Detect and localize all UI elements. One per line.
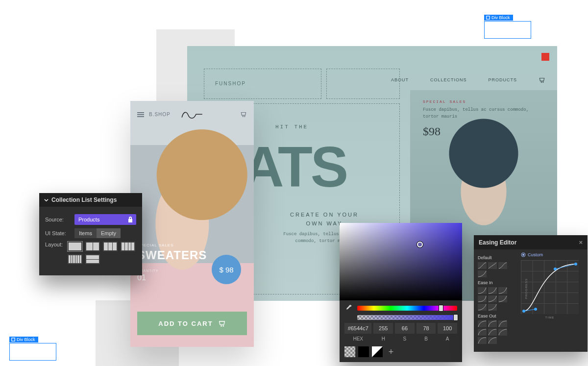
preset-curve[interactable]	[478, 329, 487, 336]
mobile-qty-label: QUANTITY	[137, 269, 207, 272]
axis-x-label: TIME	[545, 316, 554, 319]
color-canvas[interactable]	[340, 223, 462, 300]
preset-curve[interactable]	[498, 329, 507, 336]
promo-tag: SPECIAL SALES	[423, 100, 545, 104]
b-label: B	[416, 334, 436, 342]
layout-2col[interactable]	[85, 242, 100, 251]
preset-curve[interactable]	[488, 287, 497, 294]
preset-curve[interactable]	[478, 304, 487, 311]
nav-collections[interactable]: COLLECTIONS	[430, 77, 467, 82]
panel-header[interactable]: Collection List Settings	[39, 193, 142, 207]
svg-point-6	[522, 310, 525, 313]
preset-curve[interactable]	[488, 329, 497, 336]
eyedropper-icon[interactable]	[344, 304, 352, 312]
div-block-outline[interactable]: Div Block	[9, 343, 56, 361]
alpha-thumb[interactable]	[453, 314, 458, 321]
logo-slot[interactable]: FUNSHOP	[204, 69, 321, 99]
preset-curve[interactable]	[498, 287, 507, 294]
div-block-tag: Div Block	[484, 15, 513, 21]
layout-4col[interactable]	[121, 242, 135, 251]
swatch-black[interactable]	[358, 346, 369, 357]
layout-1col[interactable]	[68, 242, 82, 251]
preset-curve[interactable]	[478, 262, 487, 269]
svg-line-4	[524, 309, 536, 311]
svg-line-5	[555, 264, 576, 269]
hue-slider[interactable]	[357, 306, 457, 311]
preset-curve[interactable]	[488, 320, 497, 327]
desktop-logo: FUNSHOP	[215, 81, 246, 86]
mobile-brand: B.SHOP	[149, 112, 171, 117]
easing-presets: Default Ease In Ease Out	[474, 249, 519, 347]
div-block-label: Div Block	[17, 337, 35, 342]
swatch-bw[interactable]	[372, 346, 383, 357]
easing-curve-canvas[interactable]: PROGRESS TIME	[521, 260, 579, 314]
a-input[interactable]: 100	[438, 323, 457, 334]
preset-curve[interactable]	[478, 287, 487, 294]
layout-rows[interactable]	[85, 254, 100, 264]
preset-curve[interactable]	[488, 304, 497, 311]
preset-curve[interactable]	[478, 337, 487, 344]
layout-3col[interactable]	[103, 242, 118, 251]
color-fields: #6544c7HEX 255H 66S 78B 100A	[344, 323, 457, 342]
div-block-label: Div Block	[491, 15, 510, 20]
desktop-nav: ABOUT COLLECTIONS PRODUCTS	[391, 76, 545, 83]
preset-group-default: Default	[478, 255, 515, 260]
preset-curve[interactable]	[478, 320, 487, 327]
layout-6col[interactable]	[68, 254, 82, 264]
price-badge: $ 98	[212, 255, 241, 284]
preset-curve[interactable]	[488, 262, 497, 269]
axis-y-label: PROGRESS	[525, 278, 528, 299]
mobile-topbar: B.SHOP	[137, 112, 171, 117]
svg-point-3	[522, 254, 524, 256]
svg-rect-0	[487, 16, 490, 19]
caret-down-icon	[44, 198, 49, 202]
close-icon[interactable]: ×	[579, 239, 583, 246]
svg-point-7	[534, 308, 537, 311]
cart-icon[interactable]	[240, 111, 247, 118]
ui-state-empty[interactable]: Empty	[97, 228, 121, 238]
nav-slot-aux[interactable]	[326, 69, 400, 99]
hero-sub-line1: CREATE ON YOUR	[275, 211, 373, 220]
svg-point-8	[554, 268, 557, 270]
ui-state-items[interactable]: Items	[74, 228, 97, 238]
svg-point-9	[574, 263, 577, 266]
swatch-transparent[interactable]	[344, 346, 355, 357]
mobile-product-section: SPECIAL SALES SWEATERS QUANTITY 01	[137, 243, 207, 282]
preset-curve[interactable]	[498, 295, 507, 302]
cart-icon[interactable]	[539, 76, 545, 83]
h-input[interactable]: 255	[373, 323, 393, 334]
hue-thumb[interactable]	[439, 305, 443, 312]
nav-about[interactable]: ABOUT	[391, 77, 409, 82]
mobile-price: $ 98	[219, 266, 233, 274]
s-input[interactable]: 66	[395, 323, 415, 334]
a-label: A	[438, 334, 457, 342]
promo-block: SPECIAL SALES Fusce dapibus, tellus ac c…	[423, 100, 545, 138]
source-select[interactable]: Products	[74, 214, 136, 225]
swatch-add[interactable]: +	[386, 346, 396, 357]
square-icon	[486, 16, 490, 20]
b-input[interactable]: 78	[416, 323, 436, 334]
div-block-outline[interactable]: Div Block	[484, 21, 531, 39]
hex-input[interactable]: #6544c7	[344, 323, 371, 334]
ui-state-label: UI State:	[45, 230, 70, 236]
add-to-cart-button[interactable]: ADD TO CART	[137, 312, 247, 335]
preset-curve[interactable]	[488, 337, 497, 344]
signature-logo	[180, 109, 204, 121]
custom-label[interactable]: Custom	[521, 252, 583, 257]
menu-icon[interactable]	[137, 112, 144, 117]
brand-badge-icon	[541, 53, 549, 61]
preset-curve[interactable]	[478, 295, 487, 302]
panel-title: Collection List Settings	[51, 196, 117, 203]
color-cursor[interactable]	[417, 242, 423, 247]
curve-svg	[521, 260, 579, 314]
source-value: Products	[78, 217, 99, 222]
mobile-qty: 01	[137, 273, 207, 282]
nav-products[interactable]: PRODUCTS	[488, 77, 517, 82]
alpha-slider[interactable]	[357, 315, 457, 320]
cart-icon	[218, 319, 226, 327]
preset-curve[interactable]	[498, 320, 507, 327]
div-block-tag: Div Block	[9, 337, 38, 342]
preset-curve[interactable]	[488, 295, 497, 302]
preset-curve[interactable]	[498, 262, 507, 269]
preset-curve[interactable]	[478, 270, 487, 277]
